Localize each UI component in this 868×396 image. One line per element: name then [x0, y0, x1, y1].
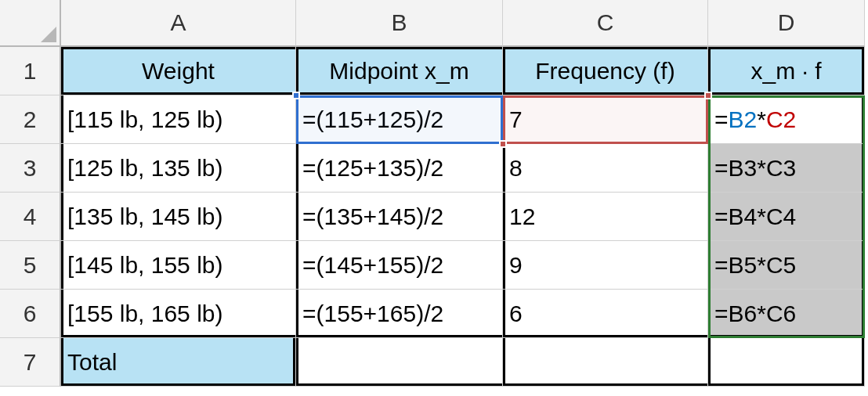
- row-header-6[interactable]: 6: [0, 290, 61, 338]
- reference-handle-B2-tl[interactable]: [292, 92, 300, 99]
- total-label: Total: [67, 349, 117, 376]
- cell-D7[interactable]: [708, 338, 865, 387]
- formula-ref-C2: C2: [766, 106, 796, 132]
- cell-A7[interactable]: Total: [61, 338, 296, 387]
- cell-A5[interactable]: [145 lb, 155 lb): [61, 241, 296, 290]
- cell-C1[interactable]: Frequency (f): [503, 47, 708, 95]
- col-header-B[interactable]: B: [296, 0, 503, 47]
- select-all-corner[interactable]: [0, 0, 61, 47]
- cell-B5[interactable]: =(145+155)/2: [296, 241, 503, 290]
- cell-C2[interactable]: 7: [503, 95, 708, 144]
- cell-D3[interactable]: =B3*C3: [708, 144, 865, 193]
- row-header-2[interactable]: 2: [0, 95, 61, 144]
- cell-B6[interactable]: =(155+165)/2: [296, 290, 503, 338]
- cell-C6[interactable]: 6: [503, 290, 708, 338]
- cell-D1[interactable]: x_m · f: [708, 47, 865, 95]
- cell-D2[interactable]: =B2*C2: [708, 95, 865, 144]
- row-header-4[interactable]: 4: [0, 193, 61, 241]
- cell-A4[interactable]: [135 lb, 145 lb): [61, 193, 296, 241]
- cell-B7[interactable]: [296, 338, 503, 387]
- cell-C4[interactable]: 12: [503, 193, 708, 241]
- cell-B1[interactable]: Midpoint x_m: [296, 47, 503, 95]
- formula-ref-B2: B2: [729, 106, 758, 132]
- cell-A1[interactable]: Weight: [61, 47, 296, 95]
- row-header-7[interactable]: 7: [0, 338, 61, 387]
- cell-B2[interactable]: =(115+125)/2: [296, 95, 503, 144]
- row-header-3[interactable]: 3: [0, 144, 61, 193]
- cell-A6[interactable]: [155 lb, 165 lb): [61, 290, 296, 338]
- cell-D4[interactable]: =B4*C4: [708, 193, 865, 241]
- spreadsheet-grid[interactable]: A B C D 1 Weight Midpoint x_m Frequency …: [0, 0, 868, 396]
- row-header-5[interactable]: 5: [0, 241, 61, 290]
- cell-A2[interactable]: [115 lb, 125 lb): [61, 95, 296, 144]
- cell-C7[interactable]: [503, 338, 708, 387]
- reference-handle-C2-tr[interactable]: [704, 92, 712, 99]
- header-weight: Weight: [142, 58, 215, 85]
- cell-D6[interactable]: =B6*C6: [708, 290, 865, 338]
- cell-C5[interactable]: 9: [503, 241, 708, 290]
- col-header-A[interactable]: A: [61, 0, 296, 47]
- cell-B4[interactable]: =(135+145)/2: [296, 193, 503, 241]
- cell-B3[interactable]: =(125+135)/2: [296, 144, 503, 193]
- col-header-D[interactable]: D: [708, 0, 865, 47]
- col-header-C[interactable]: C: [503, 0, 708, 47]
- header-midpoint: Midpoint x_m: [329, 58, 468, 85]
- row-header-1[interactable]: 1: [0, 47, 61, 95]
- cell-C3[interactable]: 8: [503, 144, 708, 193]
- header-xmf: x_m · f: [750, 58, 821, 85]
- header-frequency: Frequency (f): [535, 58, 675, 85]
- reference-handle-C2-bl[interactable]: [499, 140, 507, 148]
- cell-A3[interactable]: [125 lb, 135 lb): [61, 144, 296, 193]
- cell-D5[interactable]: =B5*C5: [708, 241, 865, 290]
